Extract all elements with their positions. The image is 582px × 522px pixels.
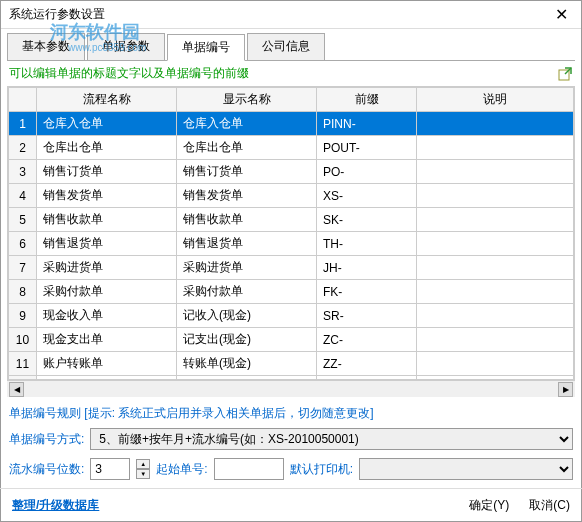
serial-input[interactable]: [90, 458, 130, 480]
cell-prefix[interactable]: ZC-: [317, 328, 417, 352]
cell-display[interactable]: 转账单(现金): [177, 352, 317, 376]
rules-section: 单据编号规则 [提示: 系统正式启用并录入相关单据后，切勿随意更改] 单据编号方…: [7, 397, 575, 490]
serial-spinner[interactable]: ▲ ▼: [136, 459, 150, 479]
table-row[interactable]: 11账户转账单转账单(现金)ZZ-: [9, 352, 574, 376]
cell-process[interactable]: 销售发货单: [37, 184, 177, 208]
cell-prefix[interactable]: SK-: [317, 208, 417, 232]
cell-display[interactable]: 发票管理: [177, 376, 317, 381]
cell-process[interactable]: 现金支出单: [37, 328, 177, 352]
cell-process[interactable]: 仓库入仓单: [37, 112, 177, 136]
printer-select[interactable]: [359, 458, 573, 480]
cell-desc[interactable]: [417, 256, 574, 280]
cell-process[interactable]: 发票管理: [37, 376, 177, 381]
scroll-left-icon[interactable]: ◀: [9, 382, 24, 397]
tab-basic[interactable]: 基本参数: [7, 33, 85, 60]
table-row[interactable]: 7采购进货单采购进货单JH-: [9, 256, 574, 280]
table-row[interactable]: 9现金收入单记收入(现金)SR-: [9, 304, 574, 328]
cell-prefix[interactable]: TH-: [317, 232, 417, 256]
horizontal-scrollbar[interactable]: ◀ ▶: [7, 380, 575, 397]
titlebar: 系统运行参数设置 ✕: [1, 1, 581, 29]
tab-bill[interactable]: 单据参数: [87, 33, 165, 60]
cell-rownum: 9: [9, 304, 37, 328]
cell-desc[interactable]: [417, 280, 574, 304]
cell-desc[interactable]: [417, 352, 574, 376]
cell-rownum: 5: [9, 208, 37, 232]
cell-display[interactable]: 销售订货单: [177, 160, 317, 184]
tab-billnum[interactable]: 单据编号: [167, 34, 245, 61]
cell-prefix[interactable]: FP-: [317, 376, 417, 381]
cell-process[interactable]: 采购付款单: [37, 280, 177, 304]
tabs: 基本参数 单据参数 单据编号 公司信息: [1, 29, 581, 60]
header-process[interactable]: 流程名称: [37, 88, 177, 112]
cell-process[interactable]: 销售退货单: [37, 232, 177, 256]
cell-process[interactable]: 采购进货单: [37, 256, 177, 280]
cell-display[interactable]: 仓库出仓单: [177, 136, 317, 160]
cell-prefix[interactable]: PINN-: [317, 112, 417, 136]
cell-desc[interactable]: [417, 328, 574, 352]
table-header-row: 流程名称 显示名称 前缀 说明: [9, 88, 574, 112]
table-row[interactable]: 10现金支出单记支出(现金)ZC-: [9, 328, 574, 352]
hint-text: 可以编辑单据的标题文字以及单据编号的前缀: [9, 65, 249, 82]
cell-prefix[interactable]: XS-: [317, 184, 417, 208]
table-row[interactable]: 4销售发货单销售发货单XS-: [9, 184, 574, 208]
cell-prefix[interactable]: JH-: [317, 256, 417, 280]
cell-desc[interactable]: [417, 232, 574, 256]
cell-display[interactable]: 采购付款单: [177, 280, 317, 304]
start-label: 起始单号:: [156, 461, 207, 478]
cancel-button[interactable]: 取消(C): [529, 497, 570, 514]
cell-desc[interactable]: [417, 184, 574, 208]
export-icon[interactable]: [557, 66, 573, 82]
cell-prefix[interactable]: PO-: [317, 160, 417, 184]
method-select[interactable]: 5、前缀+按年月+流水编号(如：XS-2010050001): [90, 428, 573, 450]
cell-process[interactable]: 账户转账单: [37, 352, 177, 376]
cell-display[interactable]: 采购进货单: [177, 256, 317, 280]
cell-display[interactable]: 销售收款单: [177, 208, 317, 232]
method-label: 单据编号方式:: [9, 431, 84, 448]
cell-prefix[interactable]: ZZ-: [317, 352, 417, 376]
table-row[interactable]: 12发票管理发票管理FP-: [9, 376, 574, 381]
cell-prefix[interactable]: SR-: [317, 304, 417, 328]
cell-desc[interactable]: [417, 136, 574, 160]
cell-desc[interactable]: [417, 208, 574, 232]
header-prefix[interactable]: 前缀: [317, 88, 417, 112]
header-display[interactable]: 显示名称: [177, 88, 317, 112]
cell-process[interactable]: 仓库出仓单: [37, 136, 177, 160]
cell-desc[interactable]: [417, 160, 574, 184]
cell-rownum: 6: [9, 232, 37, 256]
cell-rownum: 4: [9, 184, 37, 208]
spinner-up-icon[interactable]: ▲: [136, 459, 150, 469]
serial-label: 流水编号位数:: [9, 461, 84, 478]
table-row[interactable]: 5销售收款单销售收款单SK-: [9, 208, 574, 232]
table-row[interactable]: 6销售退货单销售退货单TH-: [9, 232, 574, 256]
close-button[interactable]: ✕: [541, 1, 581, 29]
cell-display[interactable]: 记收入(现金): [177, 304, 317, 328]
scroll-right-icon[interactable]: ▶: [558, 382, 573, 397]
window-title: 系统运行参数设置: [9, 6, 105, 23]
cell-display[interactable]: 记支出(现金): [177, 328, 317, 352]
spinner-down-icon[interactable]: ▼: [136, 469, 150, 479]
cell-prefix[interactable]: FK-: [317, 280, 417, 304]
upgrade-link[interactable]: 整理/升级数据库: [12, 497, 99, 514]
ok-button[interactable]: 确定(Y): [469, 497, 509, 514]
cell-prefix[interactable]: POUT-: [317, 136, 417, 160]
cell-rownum: 2: [9, 136, 37, 160]
cell-rownum: 7: [9, 256, 37, 280]
cell-desc[interactable]: [417, 304, 574, 328]
cell-rownum: 3: [9, 160, 37, 184]
cell-process[interactable]: 销售订货单: [37, 160, 177, 184]
cell-desc[interactable]: [417, 376, 574, 381]
cell-desc[interactable]: [417, 112, 574, 136]
table-row[interactable]: 3销售订货单销售订货单PO-: [9, 160, 574, 184]
cell-display[interactable]: 销售发货单: [177, 184, 317, 208]
data-table[interactable]: 流程名称 显示名称 前缀 说明 1仓库入仓单仓库入仓单PINN-2仓库出仓单仓库…: [7, 86, 575, 380]
cell-display[interactable]: 仓库入仓单: [177, 112, 317, 136]
start-input[interactable]: [214, 458, 284, 480]
cell-process[interactable]: 销售收款单: [37, 208, 177, 232]
cell-process[interactable]: 现金收入单: [37, 304, 177, 328]
cell-display[interactable]: 销售退货单: [177, 232, 317, 256]
table-row[interactable]: 2仓库出仓单仓库出仓单POUT-: [9, 136, 574, 160]
table-row[interactable]: 1仓库入仓单仓库入仓单PINN-: [9, 112, 574, 136]
header-desc[interactable]: 说明: [417, 88, 574, 112]
table-row[interactable]: 8采购付款单采购付款单FK-: [9, 280, 574, 304]
tab-company[interactable]: 公司信息: [247, 33, 325, 60]
